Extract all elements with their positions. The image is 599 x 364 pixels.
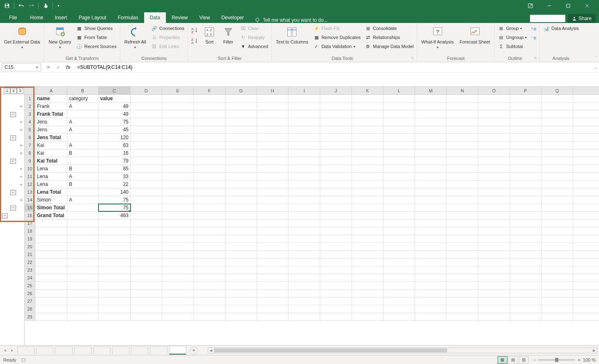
cell[interactable] <box>194 126 225 133</box>
cell[interactable] <box>289 196 320 204</box>
cell[interactable] <box>320 298 352 305</box>
cell[interactable] <box>320 235 352 243</box>
cell[interactable] <box>542 259 573 266</box>
cell[interactable] <box>225 298 257 305</box>
cell[interactable] <box>415 157 447 165</box>
cell[interactable] <box>225 266 257 274</box>
cell[interactable] <box>99 259 131 266</box>
cell[interactable] <box>289 282 320 289</box>
cell[interactable] <box>225 290 257 297</box>
cell[interactable] <box>542 282 573 289</box>
cell[interactable] <box>67 313 99 321</box>
cell[interactable] <box>257 149 289 157</box>
cell[interactable] <box>510 220 542 227</box>
cell[interactable] <box>447 142 478 149</box>
cell[interactable] <box>131 212 162 219</box>
cell[interactable] <box>257 290 289 297</box>
cell[interactable] <box>415 298 447 305</box>
cell[interactable] <box>383 313 415 321</box>
column-header-I[interactable]: I <box>289 87 320 94</box>
cell[interactable]: Kai <box>35 149 67 157</box>
cell[interactable] <box>194 188 225 196</box>
cell[interactable] <box>131 313 162 321</box>
cell[interactable] <box>289 243 320 250</box>
cell[interactable] <box>352 149 383 157</box>
cell[interactable] <box>542 227 573 235</box>
subtotal-button[interactable]: ΣSubtotal <box>496 42 528 51</box>
cell[interactable] <box>447 227 478 235</box>
cell[interactable] <box>478 243 510 250</box>
undo-button[interactable] <box>17 1 26 10</box>
cell[interactable] <box>383 212 415 219</box>
cell[interactable]: B <box>67 165 99 172</box>
cell[interactable] <box>383 188 415 196</box>
cell[interactable] <box>383 204 415 211</box>
cell[interactable]: A <box>67 118 99 126</box>
cell[interactable] <box>415 251 447 258</box>
cell[interactable] <box>510 196 542 204</box>
cell[interactable] <box>67 282 99 289</box>
outline-level-3[interactable]: 3 <box>17 88 23 94</box>
cell[interactable]: 75 <box>99 118 131 126</box>
cell[interactable] <box>320 313 352 321</box>
cell[interactable]: 75 <box>99 196 131 204</box>
cell[interactable] <box>194 282 225 289</box>
cell[interactable] <box>162 290 194 297</box>
cell[interactable] <box>289 212 320 219</box>
column-header-D[interactable]: D <box>131 87 162 94</box>
cell[interactable] <box>352 313 383 321</box>
cell[interactable] <box>352 235 383 243</box>
cell[interactable] <box>415 212 447 219</box>
cell[interactable] <box>352 188 383 196</box>
row-header[interactable]: 26 <box>25 290 35 297</box>
cell[interactable] <box>383 305 415 313</box>
cell[interactable] <box>542 118 573 126</box>
cell[interactable] <box>510 118 542 126</box>
zoom-in-button[interactable]: + <box>578 357 580 362</box>
cell[interactable] <box>225 235 257 243</box>
row-header[interactable]: 3 <box>25 110 35 118</box>
forecast-sheet-button[interactable]: Forecast Sheet <box>457 24 493 46</box>
cell[interactable] <box>478 212 510 219</box>
cell[interactable] <box>162 196 194 204</box>
cell[interactable] <box>162 142 194 149</box>
cell[interactable]: A <box>67 173 99 180</box>
cell[interactable] <box>510 95 542 102</box>
cell[interactable]: 33 <box>99 173 131 180</box>
row-header[interactable]: 27 <box>25 298 35 305</box>
cell[interactable] <box>194 181 225 188</box>
cell[interactable] <box>257 188 289 196</box>
cell[interactable] <box>383 173 415 180</box>
cell[interactable]: Lena <box>35 181 67 188</box>
cell[interactable] <box>320 118 352 126</box>
cell[interactable] <box>320 110 352 118</box>
cell[interactable] <box>320 188 352 196</box>
cell[interactable] <box>194 243 225 250</box>
cell[interactable] <box>131 173 162 180</box>
expand-formula-bar-button[interactable]: ⌄ <box>592 65 599 70</box>
save-button[interactable] <box>2 1 11 10</box>
show-detail-button[interactable]: ⁺≡ <box>530 25 537 34</box>
cell[interactable] <box>225 282 257 289</box>
cell[interactable] <box>447 305 478 313</box>
cell[interactable] <box>447 103 478 110</box>
cell[interactable] <box>225 274 257 282</box>
manage-data-model-button[interactable]: ⚙Manage Data Model <box>363 42 415 51</box>
cell[interactable] <box>194 95 225 102</box>
remove-duplicates-button[interactable]: ▦Remove Duplicates <box>312 33 362 42</box>
cell[interactable] <box>35 220 67 227</box>
cell[interactable] <box>35 290 67 297</box>
cell[interactable] <box>99 235 131 243</box>
cell[interactable] <box>478 188 510 196</box>
cell[interactable] <box>415 290 447 297</box>
cell[interactable]: 49 <box>99 103 131 110</box>
column-header-M[interactable]: M <box>415 87 447 94</box>
cell[interactable] <box>194 110 225 118</box>
cell[interactable] <box>415 110 447 118</box>
column-header-B[interactable]: B <box>67 87 99 94</box>
cell[interactable] <box>383 181 415 188</box>
row-header[interactable]: 7 <box>25 142 35 149</box>
cell[interactable] <box>162 313 194 321</box>
cell[interactable] <box>257 220 289 227</box>
cell[interactable] <box>352 212 383 219</box>
